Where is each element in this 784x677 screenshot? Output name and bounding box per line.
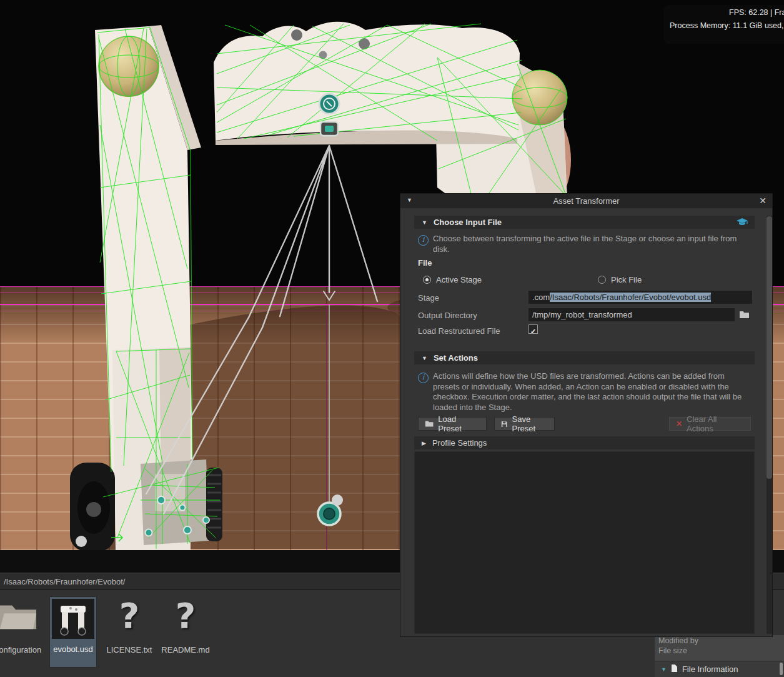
evobot-thumbnail — [52, 599, 94, 639]
radio-pick-file-label[interactable]: Pick File — [611, 275, 642, 284]
load-restructured-label: Load Restructured File — [418, 326, 500, 336]
file-item-label: configuration — [0, 645, 44, 654]
clear-all-actions-label: Clear All Actions — [687, 414, 744, 433]
section-header-profile-settings[interactable]: ▶ Profile Settings — [414, 436, 755, 449]
radio-pick-file[interactable] — [598, 276, 606, 284]
stage-field-label: Stage — [418, 293, 439, 303]
section-title: Choose Input File — [434, 218, 502, 227]
unknown-file-icon: ? — [119, 595, 139, 636]
section-title: Profile Settings — [432, 438, 487, 448]
load-preset-button[interactable]: Load Preset — [418, 417, 487, 431]
output-directory-input[interactable]: /tmp/my_robot_transformed — [528, 308, 735, 321]
folder-icon — [739, 311, 750, 319]
load-preset-label: Load Preset — [438, 414, 480, 433]
caret-down-icon: ▼ — [422, 355, 427, 361]
info-icon: i — [418, 373, 429, 383]
save-preset-label: Save Preset — [512, 414, 548, 433]
file-item-license[interactable]: ? LICENSE.txt — [102, 595, 157, 654]
file-size-label: File size — [658, 646, 687, 655]
file-item-label: evobot.usd — [50, 644, 96, 654]
stage-value-selection: /Isaac/Robots/Fraunhofer/Evobot/evobot.u… — [550, 293, 711, 302]
file-details-panel: Modified by File size ▼ File Information — [655, 635, 784, 677]
window-title: Asset Transformer — [400, 196, 772, 206]
chevron-down-icon: ▼ — [661, 666, 667, 673]
browse-folder-button[interactable] — [738, 309, 751, 321]
file-information-header[interactable]: ▼ File Information — [655, 661, 784, 677]
fps-readout: FPS: 62.28 | Fra — [729, 8, 784, 17]
actions-list-area — [414, 451, 755, 634]
stage-input[interactable]: .com/Isaac/Robots/Fraunhofer/Evobot/evob… — [528, 291, 752, 304]
unknown-file-icon: ? — [176, 595, 196, 636]
folder-icon — [425, 420, 434, 428]
dialog-scrollbar-thumb[interactable] — [767, 216, 772, 479]
section-header-choose-input-file[interactable]: ▼ Choose Input File — [414, 216, 755, 229]
file-information-label: File Information — [682, 664, 738, 674]
section-title: Set Actions — [434, 353, 478, 363]
memory-readout: Process Memory: 11.1 GiB used, — [670, 21, 783, 30]
save-icon — [501, 420, 508, 428]
caret-right-icon: ▶ — [422, 440, 426, 446]
save-preset-button[interactable]: Save Preset — [494, 417, 555, 431]
close-icon[interactable]: ✕ — [759, 196, 767, 206]
clear-all-actions-button[interactable]: ✕ Clear All Actions — [669, 417, 751, 431]
load-restructured-checkbox[interactable]: ✓ — [528, 324, 538, 334]
asset-transformer-window: ▼ Asset Transformer ✕ ▼ Choose Input Fil… — [400, 193, 773, 637]
details-scrollbar-thumb[interactable] — [780, 663, 783, 675]
clear-icon: ✕ — [676, 419, 682, 428]
file-item-readme[interactable]: ? README.md — [158, 595, 213, 654]
check-icon: ✓ — [530, 328, 536, 335]
file-item-evobot-selected[interactable]: evobot.usd — [49, 596, 97, 668]
file-group-label: File — [418, 258, 432, 268]
tutorial-graduation-cap-icon[interactable] — [736, 218, 748, 229]
window-titlebar[interactable]: ▼ Asset Transformer ✕ — [400, 194, 772, 208]
output-directory-label: Output Directory — [418, 311, 477, 320]
file-item-label: README.md — [159, 645, 212, 654]
caret-down-icon: ▼ — [422, 219, 427, 226]
set-actions-info-text: Actions will define how the USD files ar… — [433, 371, 750, 413]
modified-by-label: Modified by — [658, 636, 698, 645]
stage-value-prefix: .com — [532, 293, 550, 302]
radio-active-stage-label[interactable]: Active Stage — [436, 275, 482, 284]
choose-input-info-text: Choose between transforming the active f… — [433, 234, 748, 254]
screen: FPS: 62.28 | Fra Process Memory: 11.1 Gi… — [0, 0, 784, 677]
file-item-label: LICENSE.txt — [103, 645, 156, 654]
file-page-icon — [671, 664, 678, 675]
info-icon: i — [418, 235, 429, 246]
section-header-set-actions[interactable]: ▼ Set Actions — [414, 351, 755, 364]
radio-active-stage[interactable] — [423, 276, 431, 284]
